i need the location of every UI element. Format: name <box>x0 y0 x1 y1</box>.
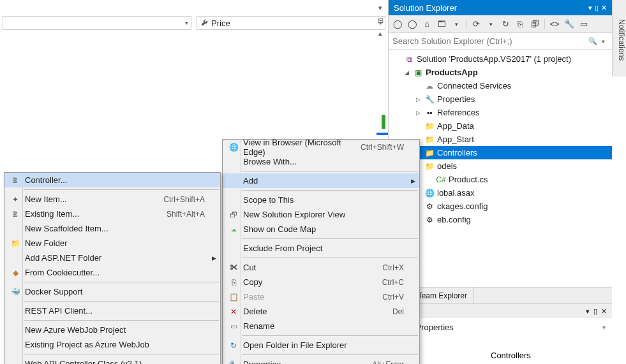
chevron-up-icon[interactable]: ▴ <box>375 28 385 38</box>
chevron-down-icon[interactable]: ▾ <box>598 36 608 47</box>
home-icon[interactable]: ⌂ <box>421 18 433 31</box>
menu-new-azure-webjob[interactable]: New Azure WebJob Project <box>4 323 220 337</box>
menu-rest-api-client[interactable]: REST API Client... <box>4 303 220 318</box>
menu-new-folder[interactable]: 📁 New Folder <box>4 236 220 251</box>
tree-packages-config[interactable]: ⚙ ckages.config <box>389 200 612 213</box>
menu-view-in-browser[interactable]: 🌐 View in Browser (Microsoft Edge) Ctrl+… <box>223 140 419 154</box>
menu-new-item[interactable]: ✦ New Item... Ctrl+Shift+A <box>4 192 220 207</box>
menu-rename[interactable]: ▭ Rename <box>223 319 419 333</box>
menu-cut[interactable]: ✀ Cut Ctrl+X <box>223 260 419 275</box>
menu-label: Web API Controller Class (v2.1) <box>25 359 205 364</box>
menu-properties[interactable]: 🔧 Properties Alt+Enter <box>223 357 419 364</box>
split-icon[interactable]: ⊟ <box>375 15 385 25</box>
separator <box>24 189 219 190</box>
properties-icon[interactable]: 🔧 <box>563 18 576 31</box>
menu-delete[interactable]: ✕ Delete Del <box>223 304 419 319</box>
menu-show-on-code-map[interactable]: ஃ Show on Code Map <box>223 222 419 237</box>
tab-team-explorer[interactable]: Team Explorer <box>412 288 474 303</box>
menu-label: Open Folder in File Explorer <box>243 340 404 350</box>
menu-exclude-from-project[interactable]: Exclude From Project <box>223 241 419 256</box>
tree-appdata[interactable]: 📁 App_Data <box>389 119 612 133</box>
sync-icon[interactable]: 🗔 <box>435 18 448 31</box>
separator <box>242 258 418 258</box>
properties-panel: ▾ ▯ ✕ older Properties ▾ e Controllers <box>389 303 612 364</box>
menu-docker-support[interactable]: 🐳 Docker Support <box>4 284 220 299</box>
chevron-down-icon[interactable]: ▾ <box>484 18 497 31</box>
show-all-icon[interactable]: 🗐 <box>528 18 541 31</box>
controller-icon: 🗎 <box>8 175 22 186</box>
pin-icon[interactable]: ▯ <box>593 307 597 316</box>
tree-appstart[interactable]: 📁 App_Start <box>389 133 612 146</box>
menu-scope-to-this[interactable]: Scope to This <box>223 193 419 207</box>
paste-icon: 📋 <box>227 292 241 302</box>
delete-icon: ✕ <box>227 307 241 317</box>
dropdown-icon[interactable]: ▾ <box>588 4 592 12</box>
existing-item-icon: 🗎 <box>8 209 22 219</box>
wrench-icon <box>200 18 209 27</box>
tree-controllers[interactable]: 📁 Controllers <box>389 146 612 159</box>
tree-references[interactable]: ▷▪▪ References <box>389 106 612 119</box>
menu-cookiecutter[interactable]: ◆ From Cookiecutter... <box>4 265 220 280</box>
separator <box>466 19 466 29</box>
properties-row[interactable]: e Controllers <box>395 349 606 361</box>
menu-webapi-controller-class[interactable]: Web API Controller Class (v2.1) <box>4 356 220 364</box>
menu-open-folder[interactable]: ↻ Open Folder in File Explorer <box>223 338 419 353</box>
chevron-down-icon[interactable]: ▾ <box>375 3 385 13</box>
menu-new-solution-view[interactable]: 🗗 New Solution Explorer View <box>223 207 419 222</box>
collapse-icon[interactable]: ↻ <box>499 18 512 31</box>
tree-web-config[interactable]: ⚙ eb.config <box>389 213 612 226</box>
forward-icon[interactable]: ◯ <box>406 18 419 31</box>
config-file-icon: ⚙ <box>424 201 435 212</box>
preview-icon[interactable]: ▭ <box>578 18 590 31</box>
menu-aspnet-folder[interactable]: Add ASP.NET Folder ▶ <box>4 251 220 265</box>
menu-add[interactable]: Add ▶ <box>223 173 419 188</box>
tree-connected-services[interactable]: ☁ Connected Services <box>389 79 612 92</box>
code-icon[interactable]: <> <box>548 18 561 31</box>
cookiecutter-icon: ◆ <box>8 268 22 278</box>
tree-product-cs[interactable]: C# Product.cs <box>389 173 612 186</box>
menu-label: Properties <box>243 360 354 364</box>
context-menu-add: 🗎 Controller... ✦ New Item... Ctrl+Shift… <box>4 172 221 364</box>
menu-controller[interactable]: 🗎 Controller... <box>4 173 220 187</box>
tree-properties[interactable]: ▷🔧 Properties <box>389 92 612 106</box>
separator <box>24 354 219 354</box>
menu-label: New Azure WebJob Project <box>25 325 205 335</box>
close-icon[interactable]: ✕ <box>601 307 607 316</box>
tree-models[interactable]: 📁 odels <box>389 159 612 173</box>
menu-shortcut: Alt+Enter <box>372 360 404 365</box>
dropdown-label: Price <box>211 18 230 28</box>
tree-project[interactable]: ◢ ▣ ProductsApp <box>389 66 612 79</box>
pin-icon[interactable]: ▯ <box>595 4 599 12</box>
search-input[interactable] <box>392 36 588 46</box>
back-icon[interactable]: ◯ <box>391 18 404 31</box>
menu-copy[interactable]: ⎘ Copy Ctrl+C <box>223 275 419 289</box>
new-folder-icon: 📁 <box>8 238 22 249</box>
menu-browse-with[interactable]: Browse With... <box>223 154 419 169</box>
tree-label: lobal.asax <box>437 188 475 198</box>
tree-solution[interactable]: ⧉ Solution 'ProductsApp.VS2017' (1 proje… <box>389 52 612 66</box>
menu-shortcut: Shift+Alt+A <box>167 210 205 219</box>
dropdown-left[interactable]: ▾ <box>3 16 191 30</box>
references-icon: ▪▪ <box>424 108 435 118</box>
dropdown-icon[interactable]: ▾ <box>586 307 590 316</box>
expander-icon[interactable]: ▷ <box>414 110 422 116</box>
tree-label: ckages.config <box>437 201 488 211</box>
dropdown-price[interactable]: Price ▾ <box>197 16 385 30</box>
expander-icon[interactable]: ◢ <box>403 69 410 76</box>
solution-search[interactable]: 🔍 ▾ <box>389 33 612 50</box>
tree-label: ProductsApp <box>426 68 478 77</box>
filter-icon[interactable]: ⟳ <box>470 18 482 31</box>
tab-notifications[interactable]: Notifications <box>612 0 626 76</box>
search-icon[interactable]: 🔍 <box>588 36 598 47</box>
tree-global-asax[interactable]: 🌐 lobal.asax <box>389 186 612 200</box>
refresh-icon[interactable]: ⎘ <box>514 18 526 31</box>
chevron-down-icon[interactable]: ▾ <box>602 324 606 331</box>
menu-shortcut: Del <box>392 307 404 316</box>
menu-existing-azure-webjob[interactable]: Existing Project as Azure WebJob <box>4 337 220 352</box>
chevron-down-icon[interactable]: ▾ <box>450 18 463 31</box>
close-icon[interactable]: ✕ <box>601 4 607 12</box>
editor-margin-controls: ▾ ⊟ ▴ <box>375 3 385 38</box>
menu-scaffolded-item[interactable]: New Scaffolded Item... <box>4 221 220 236</box>
menu-existing-item[interactable]: 🗎 Existing Item... Shift+Alt+A <box>4 207 220 221</box>
expander-icon[interactable]: ▷ <box>414 96 422 103</box>
